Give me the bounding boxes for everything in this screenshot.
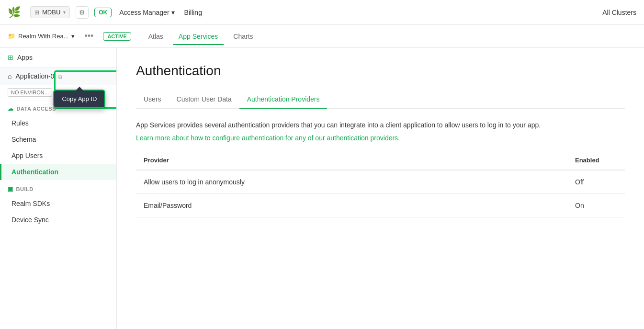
sidebar-item-rules[interactable]: Rules <box>0 115 116 131</box>
copy-app-id-tooltip: Copy App ID <box>53 90 105 108</box>
sidebar-application-item[interactable]: ⌂ Application-0 ⧉ Copy App ID <box>0 68 116 85</box>
active-badge: ACTIVE <box>103 32 131 41</box>
cloud-icon: ☁ <box>8 105 14 112</box>
gear-button[interactable]: ⚙ <box>76 6 89 19</box>
tooltip-container: ⧉ Copy App ID <box>58 72 62 80</box>
sidebar-item-authentication[interactable]: Authentication <box>0 164 116 180</box>
tab-authentication-providers[interactable]: Authentication Providers <box>239 91 328 109</box>
project-selector[interactable]: 📁 Realm With Rea... ▾ <box>8 33 75 40</box>
second-bar: 📁 Realm With Rea... ▾ ••• ACTIVE Atlas A… <box>0 25 644 48</box>
app-name-label: Application-0 <box>15 72 54 80</box>
sidebar-item-apps[interactable]: ⊞ Apps <box>0 48 116 68</box>
access-manager-chevron-icon: ▾ <box>171 9 175 16</box>
provider-column-header: Provider <box>136 151 567 170</box>
sidebar-item-realm-sdks[interactable]: Realm SDKs <box>0 195 116 212</box>
mongodb-logo: 🌿 <box>8 6 21 19</box>
dots-button[interactable]: ••• <box>82 29 95 43</box>
provider-status: Off <box>567 170 625 194</box>
description-text: App Services provides several authentica… <box>136 120 625 130</box>
sidebar-item-schema[interactable]: Schema <box>0 131 116 147</box>
atlas-tab[interactable]: Atlas <box>143 29 169 45</box>
main-layout: ⊞ Apps ⌂ Application-0 ⧉ Copy App ID NO … <box>0 48 644 329</box>
apps-grid-icon: ⊞ <box>8 54 13 61</box>
sidebar: ⊞ Apps ⌂ Application-0 ⧉ Copy App ID NO … <box>0 48 117 329</box>
monitor-icon: ▣ <box>8 186 13 193</box>
learn-more-link[interactable]: Learn more about how to configure authen… <box>136 134 400 142</box>
provider-status: On <box>567 194 625 217</box>
page-title: Authentication <box>136 63 625 79</box>
app-services-tab[interactable]: App Services <box>173 29 224 45</box>
top-navbar: 🌿 ⊞ MDBU ▾ ⚙ OK Access Manager ▾ Billing… <box>0 0 644 25</box>
provider-name: Allow users to log in anonymously <box>136 170 567 194</box>
sidebar-item-device-sync[interactable]: Device Sync <box>0 212 116 228</box>
org-selector[interactable]: ⊞ MDBU ▾ <box>30 6 70 18</box>
org-chevron-icon: ▾ <box>63 10 66 15</box>
provider-name: Email/Password <box>136 194 567 217</box>
copy-app-id-icon[interactable]: ⧉ <box>58 73 62 80</box>
table-row[interactable]: Email/Password On <box>136 194 625 217</box>
second-nav-tabs: Atlas App Services Charts <box>143 28 259 45</box>
charts-tab[interactable]: Charts <box>227 29 259 45</box>
project-name: Realm With Rea... <box>18 33 68 40</box>
project-chevron-icon: ▾ <box>71 33 75 40</box>
description-link-para: Learn more about how to configure authen… <box>136 133 625 143</box>
all-clusters[interactable]: All Clusters <box>602 9 636 16</box>
providers-table: Provider Enabled Allow users to log in a… <box>136 151 625 217</box>
billing-link[interactable]: Billing <box>182 7 204 18</box>
enabled-column-header: Enabled <box>567 151 625 170</box>
apps-label: Apps <box>17 54 33 61</box>
table-row[interactable]: Allow users to log in anonymously Off <box>136 170 625 194</box>
home-icon: ⌂ <box>8 72 11 80</box>
grid-icon: ⊞ <box>34 9 39 16</box>
auth-tabs: Users Custom User Data Authentication Pr… <box>136 90 625 109</box>
env-badge: NO ENVIRON... <box>8 88 52 97</box>
tab-users[interactable]: Users <box>136 91 169 109</box>
access-manager-link[interactable]: Access Manager ▾ <box>117 7 176 18</box>
org-name: MDBU <box>42 9 60 16</box>
tab-custom-user-data[interactable]: Custom User Data <box>169 91 239 109</box>
folder-icon: 📁 <box>8 33 15 40</box>
ok-badge: OK <box>94 8 112 17</box>
sidebar-section-build: ▣ BUILD <box>0 180 116 195</box>
content-area: Authentication Users Custom User Data Au… <box>117 48 644 329</box>
sidebar-item-app-users[interactable]: App Users <box>0 147 116 164</box>
